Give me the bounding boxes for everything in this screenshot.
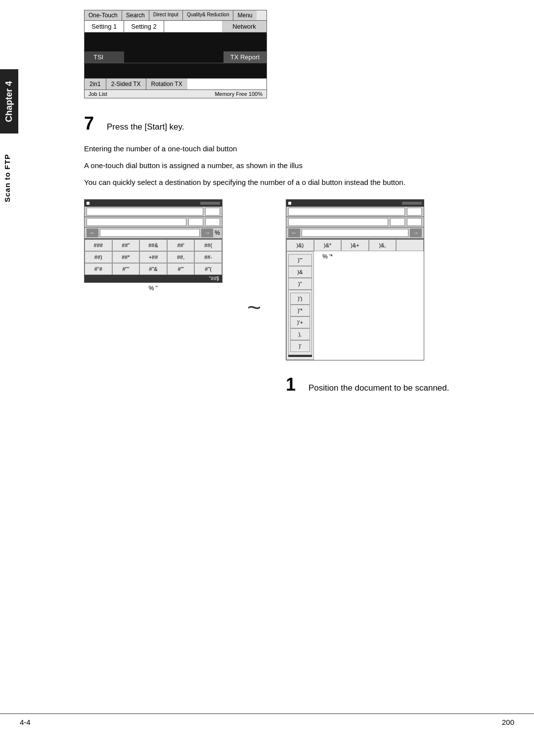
kp-back-btn-left[interactable]: ← [87, 228, 98, 237]
kp-cell-left-1-3[interactable]: ##, [167, 251, 195, 263]
kp-footer-left: "##$ [85, 275, 222, 282]
paragraph1: Entering the number of a one-touch dial … [84, 143, 519, 155]
kp-input-box-r3[interactable] [288, 218, 388, 226]
kp-input-box1[interactable] [87, 208, 203, 216]
step1-text: Position the document to be scanned. [309, 383, 449, 393]
kp-cell-left-0-4[interactable]: ##( [194, 239, 222, 251]
kp-footer-right [288, 355, 312, 357]
step7-text: Press the [Start] key. [107, 122, 184, 132]
btn-2sided-tx[interactable]: 2-Sided TX [106, 79, 146, 89]
paragraph3: You can quickly select a destination by … [84, 177, 519, 188]
kp-input-box3[interactable] [87, 218, 186, 226]
footer-left: 4-4 [20, 718, 31, 726]
kp-fwd-btn-left[interactable]: → [201, 228, 213, 237]
kp-cell-right-1-2[interactable]: )& [288, 266, 312, 278]
scan-label: Scan to FTP [0, 138, 14, 218]
kp-input-box5[interactable] [205, 218, 220, 226]
job-list-label[interactable]: Job List [89, 91, 107, 97]
kp-cell-right-2-0[interactable]: )') [290, 293, 310, 305]
device-job-row: Job List Memory Free 100% [85, 90, 267, 98]
kp-cell-right-1-3[interactable]: )'' [288, 278, 312, 290]
main-content: One-Touch Search Direct Input Quality& R… [74, 0, 534, 430]
step7-number: 7 [84, 113, 99, 134]
step1-row: 1 Position the document to be scanned. [286, 374, 449, 395]
kp-cell-right-0-4[interactable] [396, 239, 424, 251]
kp-cell-left-2-1[interactable]: #"" [112, 263, 140, 275]
kp-grid-left: ### ##" ##& ##' ##( ##) ##* +## ##, ##- … [85, 239, 222, 275]
kp-input-box4[interactable] [188, 218, 203, 226]
tsi-label[interactable]: TSI [85, 51, 124, 63]
kp-cell-right-1-1[interactable]: )'" [288, 254, 312, 266]
page-footer: 4-4 200 [0, 713, 534, 726]
black-bar2 [85, 63, 267, 78]
kp-cell-right-2-3[interactable]: ), [290, 328, 310, 340]
kp-input-row2-left [85, 217, 222, 227]
kp-nav-row-left: ← → % [85, 227, 222, 239]
device-setting-row: Setting 1 Setting 2 Network [85, 21, 267, 33]
kp-fwd-btn-right[interactable]: → [410, 228, 422, 237]
kp-cell-right-2-4[interactable]: )' [290, 340, 310, 352]
kp-cell-left-0-3[interactable]: ##' [167, 239, 195, 251]
tab-direct-input[interactable]: Direct Input [149, 10, 183, 20]
memory-free-label: Memory Free 100% [215, 91, 263, 97]
setting2-btn[interactable]: Setting 2 [124, 21, 164, 32]
kp-cell-right-1-0[interactable]: )'" )& )'' )') )'* )'+ ), )' [286, 251, 314, 360]
kp-cell-right-2-1[interactable]: )'* [290, 305, 310, 316]
tilde-symbol: ~ [247, 294, 261, 321]
kp-input-row-left [85, 207, 222, 217]
kp-cell-left-1-2[interactable]: +## [139, 251, 167, 263]
kp-cell-right-0-2[interactable]: )&+ [341, 239, 369, 251]
kp-cell-right-2-2[interactable]: )'+ [290, 316, 310, 328]
kp-nav-input-left[interactable] [100, 229, 200, 237]
kp-caption-left: % " [84, 285, 222, 292]
kp-input-box2[interactable] [205, 208, 220, 216]
tab-search[interactable]: Search [122, 10, 149, 20]
kp-cell-left-0-1[interactable]: ##" [112, 239, 140, 251]
device-tab-row: One-Touch Search Direct Input Quality& R… [85, 10, 267, 21]
setting1-btn[interactable]: Setting 1 [85, 21, 124, 32]
kp-back-btn-right[interactable]: ← [288, 228, 300, 237]
step1-number: 1 [286, 374, 301, 395]
keypad-left: ← → % ### ##" ##& ##' ##( ##) ##* +## ##… [84, 199, 222, 283]
kp-cell-left-2-3[interactable]: #"' [167, 263, 195, 275]
paragraph2: A one-touch dial button is assigned a nu… [84, 160, 519, 172]
btn-rotation-tx[interactable]: Rotation TX [146, 79, 187, 89]
step7-row: 7 Press the [Start] key. [84, 113, 519, 134]
kp-indicator-sm-right [402, 202, 422, 205]
kp-top-bar-left [85, 200, 222, 207]
kp-input-box-r2[interactable] [407, 208, 422, 216]
kp-cell-left-2-2[interactable]: #"& [139, 263, 167, 275]
kp-nav-row-right: ← → [286, 227, 424, 239]
kp-caption-right: % '* [314, 253, 342, 360]
chapter-label: Chapter 4 [0, 69, 18, 133]
kp-cell-right-0-1[interactable]: )&* [314, 239, 342, 251]
kp-cell-right-1-4[interactable]: )') )'* )'+ ), )' [288, 290, 312, 355]
kp-input-box-r5[interactable] [407, 218, 422, 226]
keypad-right: ← → )&) )&* )&+ )&, )'" )& )'' )') [286, 199, 424, 360]
device-panel: One-Touch Search Direct Input Quality& R… [84, 10, 267, 98]
kp-cell-left-1-1[interactable]: ##* [112, 251, 140, 263]
tab-menu[interactable]: Menu [233, 10, 256, 20]
kp-input-row-right [286, 207, 424, 217]
kp-cell-right-0-3[interactable]: )&, [369, 239, 397, 251]
kp-input-box-r1[interactable] [288, 208, 405, 216]
btn-2in1[interactable]: 2in1 [85, 79, 106, 89]
tab-one-touch[interactable]: One-Touch [85, 10, 122, 20]
kp-cell-left-2-4[interactable]: #"( [194, 263, 222, 275]
network-btn[interactable]: Network [222, 21, 267, 32]
tx-row: TSI TX Report [85, 51, 267, 63]
kp-nav-input-right[interactable] [302, 229, 408, 237]
kp-top-bar-right [286, 200, 424, 207]
sidebar: Chapter 4 Scan to FTP [0, 69, 69, 227]
kp-grid-right: )&) )&* )&+ )&, )'" )& )'' )') )'* )'+ )… [286, 239, 424, 360]
kp-cell-left-0-0[interactable]: ### [85, 239, 112, 251]
kp-cell-left-1-0[interactable]: ##) [85, 251, 112, 263]
footer-right: 200 [502, 718, 514, 726]
tab-quality-reduction[interactable]: Quality& Reduction [183, 10, 234, 20]
kp-input-box-r4[interactable] [390, 218, 405, 226]
kp-cell-left-1-4[interactable]: ##- [194, 251, 222, 263]
kp-cell-left-0-2[interactable]: ##& [139, 239, 167, 251]
kp-cell-right-0-0[interactable]: )&) [286, 239, 314, 251]
kp-cell-left-2-0[interactable]: #"# [85, 263, 112, 275]
tx-report-label[interactable]: TX Report [223, 51, 267, 63]
